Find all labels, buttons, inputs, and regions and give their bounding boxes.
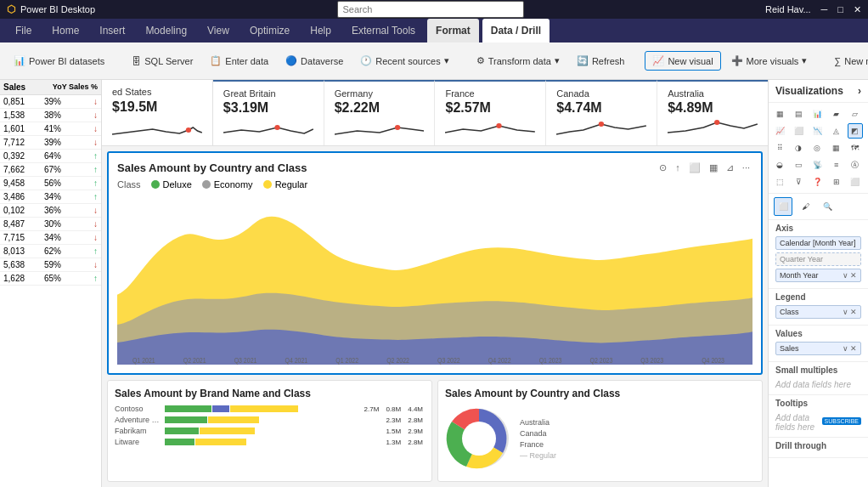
viz-field-month-chevron[interactable]: ∨ [843, 271, 848, 280]
recent-sources-btn[interactable]: 🕐 Recent sources ▾ [353, 52, 455, 70]
maximize-icon[interactable]: □ [837, 4, 843, 14]
tab-help[interactable]: Help [302, 19, 340, 42]
viz-icon-more[interactable]: ⬜ [848, 174, 863, 190]
viz-icon-funnel[interactable]: ⊽ [791, 174, 806, 190]
new-visual-btn[interactable]: 📈 New visual [645, 51, 720, 71]
svg-point-4 [599, 122, 604, 127]
transform-data-btn[interactable]: ⚙ Transform data ▾ [470, 52, 566, 70]
tab-optimize[interactable]: Optimize [241, 19, 298, 42]
viz-icon-bar[interactable]: 📊 [809, 106, 825, 122]
enter-data-icon: 📋 [210, 55, 222, 66]
viz-field-month-remove[interactable]: ✕ [850, 271, 857, 280]
kpi-card-au[interactable]: Australia $4.89M [657, 80, 768, 145]
main-layout: Sales YoY Sales % 0,85139%↓ 1,53838%↓ 1,… [0, 80, 868, 487]
tab-external-tools[interactable]: External Tools [343, 19, 424, 42]
viz-field-class[interactable]: Class ∨ ✕ [775, 305, 861, 319]
power-bi-datasets-btn[interactable]: 📊 Power BI datasets [7, 52, 111, 70]
tab-data-drill[interactable]: Data / Drill [482, 19, 550, 42]
tab-home[interactable]: Home [43, 19, 87, 42]
viz-icon-map[interactable]: 🗺 [848, 140, 863, 156]
chart-bar-btn[interactable]: ▦ [707, 161, 720, 174]
minimize-icon[interactable]: ─ [821, 4, 828, 14]
main-chart-container[interactable]: Sales Amount by Country and Class ⊙ ↑ ⬜ … [107, 151, 763, 375]
svg-text:Q4 2022: Q4 2022 [488, 356, 511, 365]
kpi-card-ca[interactable]: Canada $4.74M [546, 80, 657, 145]
viz-icon-table[interactable]: ▦ [772, 106, 787, 122]
chart-focus-btn[interactable]: ⊙ [657, 161, 669, 174]
viz-panel-title: Visualizations [775, 85, 843, 97]
app-logo: ⬡ [7, 3, 15, 15]
viz-icon-kpi[interactable]: 📡 [809, 157, 825, 173]
viz-analytics-btn[interactable]: 🔍 [818, 197, 837, 216]
left-data-table: Sales YoY Sales % 0,85139%↓ 1,53838%↓ 1,… [0, 80, 102, 487]
viz-panel-expand-icon[interactable]: › [858, 85, 861, 97]
viz-build-btn[interactable]: ⬜ [774, 197, 792, 216]
legend-regular: Regular [263, 179, 308, 190]
viz-section-axis: Axis Calendar [Month Year] Quarter Year … [769, 220, 868, 289]
viz-field-quarter[interactable]: Quarter Year [775, 252, 861, 266]
legend-class-label: Class [117, 179, 141, 190]
kpi-ca-sparkline [556, 117, 646, 139]
kpi-gb-title: Great Britain [223, 88, 313, 99]
chart-up-btn[interactable]: ↑ [673, 161, 683, 174]
kpi-ca-title: Canada [556, 88, 646, 99]
bar-chart[interactable]: Sales Amount by Brand Name and Class Con… [107, 380, 432, 482]
viz-icon-treemap[interactable]: ▦ [829, 140, 844, 156]
viz-field-month[interactable]: Month Year ∨ ✕ [775, 269, 861, 282]
search-input[interactable] [337, 1, 524, 18]
kpi-card-fr[interactable]: France $2.57M [435, 80, 546, 145]
tab-insert[interactable]: Insert [91, 19, 133, 42]
viz-icon-column[interactable]: 📈 [772, 123, 787, 139]
chart-filter-btn[interactable]: ⊿ [724, 161, 736, 174]
dataverse-btn[interactable]: 🔵 Dataverse [279, 52, 350, 70]
area-chart-svg: Q1 2021 Q2 2021 Q3 2021 Q4 2021 Q1 2022 … [117, 195, 752, 365]
donut-chart[interactable]: Sales Amount by Country and Class [437, 380, 763, 482]
viz-icon-slicer[interactable]: ≡ [829, 157, 844, 173]
viz-icon-decomp[interactable]: ⊞ [829, 174, 844, 190]
more-visuals-btn[interactable]: ➕ More visuals ▾ [724, 52, 814, 70]
viz-icon-area[interactable]: ◬ [829, 123, 844, 139]
viz-format-btn[interactable]: 🖌 [796, 197, 814, 216]
bar-group-contoso [165, 405, 359, 412]
viz-icon-clustered-bar[interactable]: ▱ [848, 106, 863, 122]
viz-icon-scatter[interactable]: ⠿ [772, 140, 787, 156]
viz-icon-stacked-bar[interactable]: ▰ [829, 106, 844, 122]
viz-field-class-chevron[interactable]: ∨ [843, 308, 848, 316]
viz-icon-qna[interactable]: ❓ [809, 174, 825, 190]
tab-view[interactable]: View [199, 19, 238, 42]
tab-file[interactable]: File [7, 19, 40, 42]
viz-icon-donut[interactable]: ◎ [809, 140, 825, 156]
bar-label-adventure: Adventure Wo... [115, 416, 161, 424]
kpi-card-gb[interactable]: Great Britain $3.19M [213, 80, 324, 145]
viz-icon-card[interactable]: ▭ [791, 157, 806, 173]
new-measure-btn[interactable]: ∑ New measure [827, 53, 868, 70]
viz-icon-pie[interactable]: ◑ [791, 140, 806, 156]
viz-icon-text[interactable]: Ⓐ [848, 157, 863, 173]
chart-more-btn[interactable]: ··· [740, 161, 752, 174]
kpi-ca-value: $4.74M [556, 100, 646, 116]
viz-legend-title: Legend [775, 292, 861, 302]
viz-icon-line[interactable]: 📉 [809, 123, 825, 139]
viz-icon-ribbon[interactable]: ◩ [848, 123, 863, 139]
viz-field-sales[interactable]: Sales ∨ ✕ [775, 342, 861, 355]
viz-field-sales-chevron[interactable]: ∨ [843, 344, 848, 353]
kpi-card-us[interactable]: ed States $19.5M [102, 80, 213, 145]
bar-group-litware [165, 439, 380, 445]
viz-field-calendar[interactable]: Calendar [Month Year] [775, 236, 861, 250]
close-icon[interactable]: ✕ [854, 4, 861, 15]
viz-icon-stacked-column[interactable]: ⬜ [791, 123, 806, 139]
viz-icon-waterfall[interactable]: ⬚ [772, 174, 787, 190]
enter-data-btn[interactable]: 📋 Enter data [203, 52, 275, 70]
viz-icon-gauge[interactable]: ◒ [772, 157, 787, 173]
bar-val-fab-2: 2.9M [408, 428, 423, 435]
donut-chart-title: Sales Amount by Country and Class [445, 388, 755, 399]
viz-field-class-remove[interactable]: ✕ [850, 308, 857, 316]
kpi-card-de[interactable]: Germany $2.22M [324, 80, 436, 145]
refresh-btn[interactable]: 🔄 Refresh [570, 52, 632, 70]
sql-server-btn[interactable]: 🗄 SQL Server [125, 53, 200, 70]
chart-expand-btn[interactable]: ⬜ [686, 161, 703, 174]
viz-field-sales-remove[interactable]: ✕ [850, 344, 857, 353]
viz-icon-matrix[interactable]: ▤ [791, 106, 806, 122]
tab-format[interactable]: Format [427, 19, 479, 42]
tab-modeling[interactable]: Modeling [137, 19, 195, 42]
